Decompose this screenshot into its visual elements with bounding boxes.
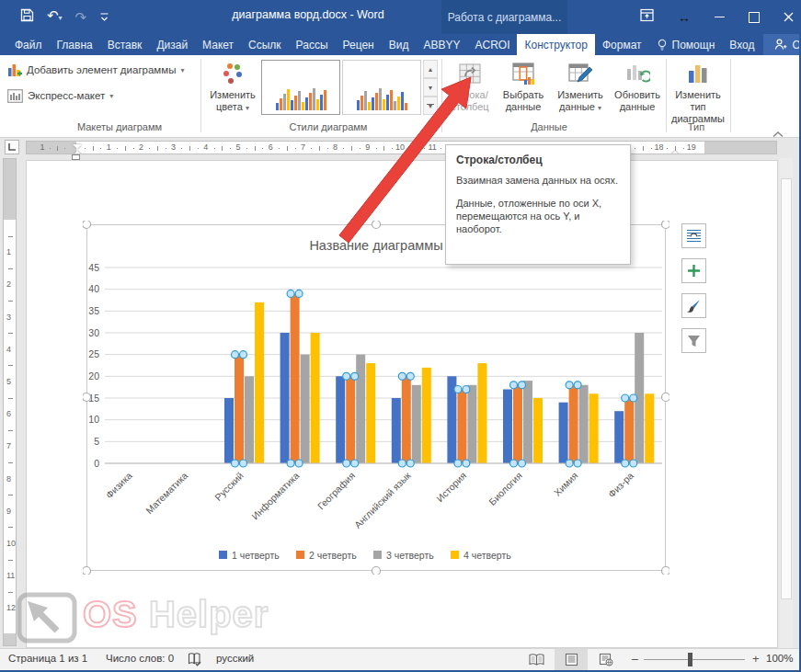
ruler-mark	[8, 398, 13, 399]
row-column-label-2: столбец	[451, 101, 488, 112]
bar-2 четверть-Русский	[235, 355, 244, 463]
bar-4 четверть-Информатика	[311, 333, 320, 463]
zoom-out-button[interactable]: −	[631, 652, 638, 666]
language-indicator[interactable]: русский	[216, 653, 254, 664]
tab-дизай[interactable]: Дизай	[149, 34, 195, 55]
quick-layout-button[interactable]: Экспресс-макет ▾	[7, 85, 113, 106]
tab-рассы[interactable]: Рассы	[289, 34, 336, 55]
edit-data-label: Изменить данные	[557, 89, 603, 112]
svg-text:40: 40	[88, 283, 99, 294]
gallery-more-button[interactable]: ▼	[423, 97, 438, 115]
ruler-mark: 6	[269, 142, 273, 152]
scrollbar-thumb[interactable]	[781, 178, 792, 599]
zoom-in-button[interactable]: +	[752, 652, 760, 666]
brush-icon	[686, 298, 702, 313]
tab-общий-доступ[interactable]: Общий доступ	[763, 34, 801, 55]
status-bar: Страница 1 из 1 Число слов: 0 русский − …	[0, 648, 801, 670]
chart-filters-button[interactable]	[681, 328, 706, 353]
redo-button[interactable]: ↷	[75, 7, 87, 28]
ruler-mark	[311, 148, 312, 149]
ribbon: Добавить элемент диаграммы ▾ Экспресс-ма…	[0, 55, 801, 138]
tab-помощн[interactable]: Помощн	[649, 34, 723, 55]
read-mode-button[interactable]	[520, 649, 553, 670]
minimize-button[interactable]	[715, 17, 725, 17]
right-indent-marker[interactable]	[670, 151, 680, 154]
ruler-mark	[643, 146, 644, 151]
tab-рецен[interactable]: Рецен	[336, 34, 382, 55]
group-label-data: Данные	[480, 121, 618, 132]
bar-1 четверть-Физ-ра	[614, 411, 624, 463]
bar-2 четверть-Химия	[569, 385, 578, 463]
tab-selector[interactable]	[5, 140, 19, 154]
ruler-mark	[351, 146, 352, 151]
gallery-down-button[interactable]: ▼	[423, 78, 438, 97]
tab-вид[interactable]: Вид	[382, 34, 417, 55]
document-title: диаграмма ворд.docx - Word	[184, 8, 432, 21]
ruler-mark: 11	[6, 571, 15, 580]
tab-формат[interactable]: Формат	[595, 34, 649, 55]
proofing-status-button[interactable]	[188, 652, 201, 668]
ruler-mark	[64, 148, 65, 149]
bar-1 четверть-Информатика	[280, 333, 290, 463]
ruler-mark	[376, 148, 377, 149]
horizontal-ruler[interactable]: 112345678910111213141516171819	[26, 141, 777, 154]
tab-вставк[interactable]: Вставк	[100, 34, 150, 55]
maximize-button[interactable]	[749, 12, 760, 23]
zoom-slider-track[interactable]	[644, 659, 745, 660]
chart-style-thumbnail-2[interactable]	[342, 60, 421, 115]
tab-главна[interactable]: Главна	[50, 34, 100, 55]
tab-вход[interactable]: Вход	[722, 34, 761, 55]
web-layout-button[interactable]	[589, 649, 623, 670]
tab-label: ABBYY	[423, 39, 460, 51]
gallery-up-button[interactable]: ▲	[423, 60, 438, 78]
change-colors-icon	[221, 62, 245, 85]
tab-label: Помощн	[672, 39, 715, 51]
ruler-mark	[360, 148, 360, 149]
zoom-level[interactable]: 100%	[766, 653, 793, 664]
ruler-mark	[85, 148, 86, 149]
chart-style-thumbnail-1[interactable]	[261, 60, 340, 115]
ribbon-display-options-button[interactable]	[640, 8, 654, 26]
tab-abbyy[interactable]: ABBYY	[416, 34, 467, 55]
bar-3 четверть-Химия	[579, 385, 589, 463]
ruler-mark: 4	[6, 345, 11, 354]
layout-options-icon	[686, 228, 702, 244]
first-line-indent-marker[interactable]	[73, 144, 82, 149]
add-chart-element-button[interactable]: Добавить элемент диаграммы ▾	[7, 60, 184, 80]
ruler-mark	[392, 148, 393, 149]
word-count[interactable]: Число слов: 0	[106, 653, 174, 664]
tab-acroi[interactable]: ACROI	[467, 34, 517, 55]
ruler-mark: 1	[6, 247, 11, 256]
ruler-mark: 1	[40, 142, 44, 152]
ruler-mark	[295, 148, 296, 149]
ruler-mark: 7	[6, 441, 11, 450]
layout-options-button[interactable]	[681, 223, 706, 248]
undo-button[interactable]: ↶▾	[47, 6, 63, 28]
vertical-scrollbar[interactable]	[780, 158, 793, 648]
tab-макет[interactable]: Макет	[195, 34, 241, 55]
bar-3 четверть-Английский язык	[412, 385, 421, 463]
close-button[interactable]	[784, 9, 794, 26]
ruler-mark: 7	[301, 142, 305, 152]
chart-styles-button[interactable]	[681, 293, 706, 318]
ruler-mark	[255, 146, 256, 151]
customize-qat-button[interactable]	[99, 7, 109, 28]
chart-svg[interactable]: Название диаграммы051015202530354045Физи…	[83, 221, 669, 575]
tab-ссылк[interactable]: Ссылк	[241, 34, 289, 55]
chart-elements-button[interactable]	[681, 258, 706, 283]
vertical-ruler[interactable]: 123456789101112	[3, 158, 17, 646]
page-indicator[interactable]: Страница 1 из 1	[8, 653, 87, 664]
edit-data-icon	[567, 62, 593, 85]
customize-qat-icon	[99, 12, 109, 22]
tab-конструктор[interactable]: Конструктор	[517, 34, 594, 55]
print-layout-button[interactable]	[555, 649, 588, 670]
save-button[interactable]	[20, 7, 34, 28]
tab-label: Файл	[15, 39, 42, 51]
chart-object[interactable]: Название диаграммы051015202530354045Физи…	[83, 221, 669, 575]
ruler-mark: 3	[171, 142, 176, 152]
ruler-mark	[246, 148, 247, 149]
tab-файл[interactable]: Файл	[7, 34, 50, 55]
zoom-slider-thumb[interactable]	[688, 653, 692, 666]
tab-stop-icon	[6, 141, 18, 154]
change-colors-button[interactable]: Изменить цвета ▾	[206, 58, 259, 133]
